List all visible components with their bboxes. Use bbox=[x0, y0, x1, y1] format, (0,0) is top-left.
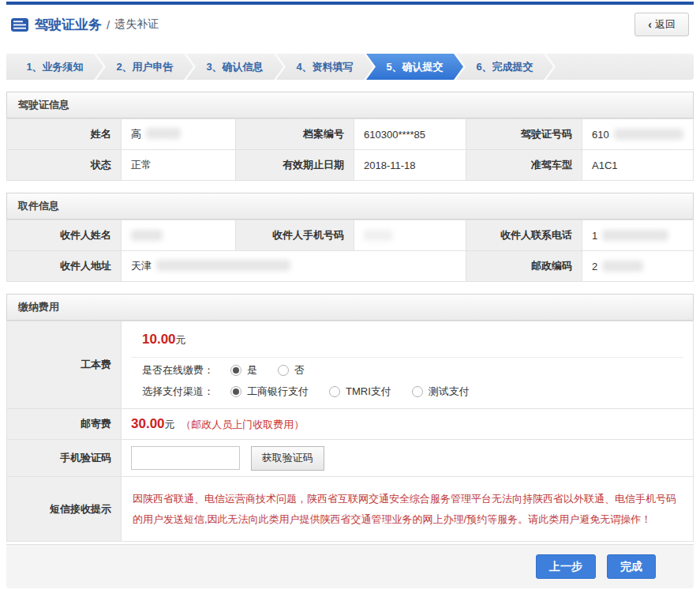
step-1-business-notice[interactable]: 1、业务须知 bbox=[6, 54, 103, 80]
post-fee-note: （邮政人员上门收取费用） bbox=[181, 419, 304, 430]
page: 驾驶证业务 / 遗失补证 ‹ 返回 1、业务须知 2、用户申告 3、确认信息 4… bbox=[0, 2, 700, 588]
online-pay-option-no[interactable]: 否 bbox=[278, 363, 305, 377]
expiry-value: 2018-11-18 bbox=[354, 150, 466, 181]
recipient-mobile-label: 收件人手机号码 bbox=[236, 220, 354, 251]
redacted-value bbox=[364, 230, 392, 241]
work-fee-amount-line: 10.00元 bbox=[131, 321, 683, 358]
name-value: 高 bbox=[122, 119, 236, 150]
file-no-label: 档案编号 bbox=[236, 119, 354, 150]
pay-channel-option-test[interactable]: 测试支付 bbox=[412, 385, 470, 399]
pay-channel-question-row: 选择支付渠道： 工商银行支付 TMRI支付 测试支付 bbox=[131, 379, 683, 408]
post-fee-content: 30.00元 （邮政人员上门收取费用） bbox=[122, 409, 694, 440]
recipient-mobile-value bbox=[354, 220, 466, 251]
sms-notice-row: 短信接收提示 因陕西省联通、电信运营商技术问题，陕西省互联网交通安全综合服务管理… bbox=[7, 477, 694, 542]
recipient-name-label: 收件人姓名 bbox=[7, 220, 122, 251]
license-no-label: 驾驶证号码 bbox=[466, 119, 582, 150]
vehicle-class-label: 准驾车型 bbox=[466, 150, 582, 181]
sms-code-row: 手机验证码 获取验证码 bbox=[7, 440, 694, 477]
recipient-name-value bbox=[122, 220, 236, 251]
vehicle-class-value: A1C1 bbox=[582, 150, 694, 181]
table-row: 状态 正常 有效期止日期 2018-11-18 准驾车型 A1C1 bbox=[7, 150, 694, 181]
postcode-value: 2 bbox=[582, 251, 694, 282]
sms-code-content: 获取验证码 bbox=[122, 440, 694, 477]
license-no-value: 610 bbox=[582, 119, 694, 150]
radio-selected-icon[interactable] bbox=[230, 365, 241, 376]
status-value: 正常 bbox=[122, 150, 236, 181]
step-6-finish-submit[interactable]: 6、完成提交 bbox=[456, 54, 553, 80]
post-fee-label: 邮寄费 bbox=[7, 409, 122, 440]
online-pay-option-yes[interactable]: 是 bbox=[230, 363, 257, 377]
step-4-fill-data[interactable]: 4、资料填写 bbox=[276, 54, 373, 80]
table-row: 姓名 高 档案编号 610300****85 驾驶证号码 610 bbox=[7, 119, 694, 150]
work-fee-content: 10.00元 是否在线缴费： 是 否 选择支付渠道： 工商银行支付 TMRI支付… bbox=[122, 321, 694, 409]
sms-notice-text: 因陕西省联通、电信运营商技术问题，陕西省互联网交通安全综合服务管理平台无法向持陕… bbox=[133, 489, 682, 530]
table-row: 收件人姓名 收件人手机号码 收件人联系电话 1 bbox=[7, 220, 694, 251]
post-fee-row: 邮寄费 30.00元 （邮政人员上门收取费用） bbox=[7, 409, 694, 440]
file-no-value: 610300****85 bbox=[354, 119, 466, 150]
step-2-user-declaration[interactable]: 2、用户申告 bbox=[96, 54, 193, 80]
sms-notice-label: 短信接收提示 bbox=[7, 477, 122, 542]
back-button[interactable]: ‹ 返回 bbox=[634, 13, 689, 36]
name-label: 姓名 bbox=[7, 119, 122, 150]
step-progress-bar: 1、业务须知 2、用户申告 3、确认信息 4、资料填写 5、确认提交 6、完成提… bbox=[6, 54, 694, 80]
step-3-confirm-info[interactable]: 3、确认信息 bbox=[186, 54, 283, 80]
license-info-table: 姓名 高 档案编号 610300****85 驾驶证号码 610 状态 正常 有… bbox=[6, 118, 694, 181]
redacted-value bbox=[131, 230, 163, 241]
redacted-value bbox=[602, 230, 668, 241]
recipient-phone-value: 1 bbox=[582, 220, 694, 251]
page-header: 驾驶证业务 / 遗失补证 ‹ 返回 bbox=[6, 5, 694, 44]
footer-action-bar: 上一步 完成 bbox=[6, 544, 694, 588]
chevron-left-icon: ‹ bbox=[648, 18, 652, 31]
pay-channel-option-tmri[interactable]: TMRI支付 bbox=[329, 385, 391, 399]
status-label: 状态 bbox=[7, 150, 122, 181]
fees-table: 工本费 10.00元 是否在线缴费： 是 否 选择支付渠道： 工商银行支付 TM… bbox=[6, 321, 694, 542]
sms-code-input[interactable] bbox=[131, 446, 240, 470]
post-fee-amount: 30.00 bbox=[131, 416, 165, 431]
table-row: 收件人地址 天津 邮政编码 2 bbox=[7, 251, 694, 282]
pickup-info-table: 收件人姓名 收件人手机号码 收件人联系电话 1 收件人地址 天津 邮政编码 2 bbox=[6, 220, 694, 282]
work-fee-row: 工本费 10.00元 是否在线缴费： 是 否 选择支付渠道： 工商银行支付 TM… bbox=[7, 321, 694, 409]
redacted-value bbox=[146, 128, 181, 139]
redacted-value bbox=[614, 129, 683, 140]
post-fee-unit: 元 bbox=[165, 419, 175, 430]
work-fee-unit: 元 bbox=[176, 334, 186, 346]
radio-unselected-icon[interactable] bbox=[412, 386, 423, 397]
online-pay-question: 是否在线缴费： bbox=[142, 363, 230, 377]
pickup-section-title: 取件信息 bbox=[6, 193, 694, 220]
postcode-label: 邮政编码 bbox=[466, 251, 582, 282]
expiry-label: 有效期止日期 bbox=[236, 150, 354, 181]
radio-unselected-icon[interactable] bbox=[329, 386, 340, 397]
online-pay-question-row: 是否在线缴费： 是 否 bbox=[131, 358, 683, 379]
step-bar-filler bbox=[546, 54, 694, 80]
list-icon bbox=[11, 18, 28, 32]
radio-selected-icon[interactable] bbox=[230, 386, 241, 397]
pay-channel-option-icbc[interactable]: 工商银行支付 bbox=[230, 385, 309, 399]
back-button-label: 返回 bbox=[655, 17, 676, 32]
work-fee-amount: 10.00 bbox=[142, 332, 176, 347]
breadcrumb-separator: / bbox=[107, 18, 110, 32]
recipient-address-value: 天津 bbox=[122, 251, 466, 282]
sms-code-label: 手机验证码 bbox=[7, 440, 122, 477]
recipient-address-label: 收件人地址 bbox=[7, 251, 122, 282]
get-code-button[interactable]: 获取验证码 bbox=[251, 446, 324, 471]
step-5-confirm-submit[interactable]: 5、确认提交 bbox=[366, 54, 463, 80]
finish-button[interactable]: 完成 bbox=[607, 554, 656, 579]
license-section-title: 驾驶证信息 bbox=[6, 92, 694, 118]
recipient-phone-label: 收件人联系电话 bbox=[466, 220, 582, 251]
breadcrumb-current: 遗失补证 bbox=[114, 17, 159, 32]
pay-channel-question: 选择支付渠道： bbox=[142, 385, 230, 399]
fees-section-title: 缴纳费用 bbox=[6, 294, 694, 321]
redacted-value bbox=[602, 261, 643, 272]
radio-unselected-icon[interactable] bbox=[278, 365, 289, 376]
previous-step-button[interactable]: 上一步 bbox=[536, 554, 596, 579]
work-fee-label: 工本费 bbox=[7, 321, 122, 409]
sms-notice-content: 因陕西省联通、电信运营商技术问题，陕西省互联网交通安全综合服务管理平台无法向持陕… bbox=[122, 477, 694, 542]
redacted-value bbox=[156, 260, 290, 271]
page-title: 驾驶证业务 bbox=[35, 16, 102, 34]
